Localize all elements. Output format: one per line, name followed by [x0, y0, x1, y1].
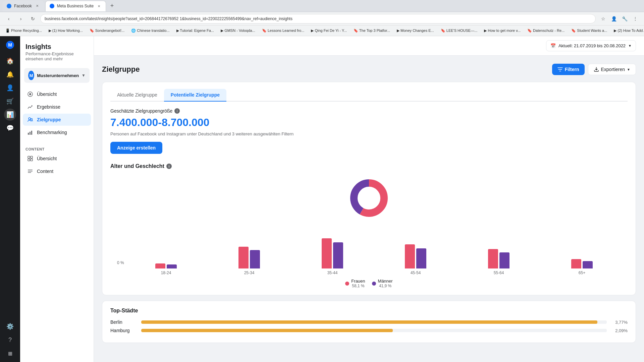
bookmark-tutorial[interactable]: ▶ Tutorial: Eigene Fa... [174, 27, 217, 34]
chart-title-text: Alter und Geschlecht [110, 163, 164, 169]
bookmark-phone[interactable]: 📱 Phone Recycling... [3, 27, 45, 34]
sidebar-item-content[interactable]: Content [23, 165, 91, 177]
bar-male-18-24 [167, 264, 177, 268]
tab-facebook-close[interactable]: ✕ [35, 3, 40, 9]
page-header: Zielgruppe Filtern Exportieren ▼ [102, 64, 636, 75]
filter-button-label: Filtern [565, 67, 579, 72]
sidebar-item-ergebnisse[interactable]: Ergebnisse [23, 101, 91, 113]
bookmark-top3[interactable]: 🔖 The Top 3 Platfor... [351, 27, 393, 34]
bookmark-qing[interactable]: ▶ Qing Fei De Yi - Y... [308, 27, 350, 34]
age-gender-title: Alter und Geschlecht i [110, 163, 628, 169]
bar-female-18-24 [155, 263, 165, 268]
bookmark-working[interactable]: ▶ (1) How Working... [46, 27, 86, 34]
date-selector[interactable]: 📅 Aktuell: 21.07.2019 bis 20.08.2022 ▼ [546, 40, 636, 51]
rail-chart-icon[interactable]: 📊 [4, 109, 16, 121]
export-icon [594, 67, 599, 72]
sidebar-item-content-ubersicht[interactable]: Übersicht [23, 153, 91, 165]
business-name: Musterunternehmen [37, 73, 79, 78]
bookmark-lessons[interactable]: 🔖 Lessons Learned fro... [259, 27, 307, 34]
menu-icon[interactable]: ⋮ [631, 14, 640, 23]
rail-panels-icon[interactable]: ▦ [4, 347, 16, 359]
bar-female-25-34 [238, 247, 249, 268]
export-button[interactable]: Exportieren ▼ [588, 64, 636, 75]
zielgruppe-icon [27, 116, 34, 123]
bookmark-chinese[interactable]: 🌐 Chinese translatio... [128, 27, 172, 34]
bookmark-gmsn[interactable]: ▶ GMSN - Voloqda... [218, 27, 258, 34]
back-button[interactable]: ‹ [4, 14, 13, 23]
date-chevron-icon: ▼ [628, 44, 632, 48]
tab-meta-close[interactable]: ✕ [96, 3, 102, 9]
tab-meta-label: Meta Business Suite [57, 4, 94, 8]
bookmark-how-add[interactable]: ▶ (2) How To Add A... [611, 27, 644, 34]
bookmark-money[interactable]: ▶ Money Changes E... [394, 27, 437, 34]
rail-home-icon[interactable]: 🏠 [4, 55, 16, 67]
city-row-hamburg: Hamburg 2,09% [110, 327, 628, 333]
legend-male-dot [372, 282, 376, 286]
chart-info-icon[interactable]: i [166, 164, 172, 169]
sidebar-item-ubersicht[interactable]: Übersicht [23, 88, 91, 100]
extensions-icon[interactable]: 🔧 [620, 14, 629, 23]
svg-rect-7 [31, 131, 32, 135]
filter-icon [557, 67, 563, 72]
bar-label-55-64: 55-64 [494, 270, 504, 275]
create-ad-label: Anzeige erstellen [117, 145, 156, 150]
y-axis-label: 0 % [117, 260, 127, 275]
star-icon[interactable]: ☆ [598, 14, 608, 23]
benchmarking-icon [27, 129, 34, 136]
donut-chart-wrapper [110, 175, 628, 222]
rail-help-icon[interactable]: ? [4, 334, 16, 346]
forward-button[interactable]: › [16, 14, 25, 23]
address-bar[interactable]: business.facebook.com/latest/insights/pe… [40, 14, 596, 23]
bar-group-25-34: 25-34 [210, 228, 288, 275]
meta-logo[interactable]: M [4, 39, 16, 51]
audience-size-info-icon[interactable]: i [174, 108, 180, 114]
main-header: 📅 Aktuell: 21.07.2019 bis 20.08.2022 ▼ [94, 36, 644, 56]
bookmark-student[interactable]: 🔖 Student Wants a... [569, 27, 610, 34]
rail-shop-icon[interactable]: 🛒 [4, 95, 16, 107]
bookmark-more[interactable]: ▶ How to get more v... [481, 27, 523, 34]
top-cities-title: Top-Städte [110, 308, 628, 314]
legend-female-pct: 58,1 % [351, 284, 365, 288]
app-container: M 🏠 🔔 👤 🛒 📊 💬 ⚙️ ? ▦ Insights Performanc… [0, 36, 644, 362]
sidebar-item-benchmarking[interactable]: Benchmarking [23, 126, 91, 138]
reload-button[interactable]: ↻ [28, 14, 38, 23]
tab-facebook[interactable]: Facebook ✕ [3, 1, 44, 11]
bar-label-45-54: 45-54 [411, 270, 421, 275]
bars-65plus [571, 228, 593, 268]
chart-legend: Frauen 58,1 % Männer 41,9 % [110, 279, 628, 288]
tab-potentielle-zielgruppe[interactable]: Potentielle Zielgruppe [164, 89, 226, 102]
rail-user-icon[interactable]: 👤 [4, 82, 16, 94]
profile-icon[interactable]: 👤 [609, 14, 619, 23]
bookmark-sonder[interactable]: 🔖 Sonderangebot!... [87, 27, 127, 34]
filter-button[interactable]: Filtern [552, 64, 585, 75]
rail-bell-icon[interactable]: 🔔 [4, 68, 16, 80]
sidebar-item-zielgruppe[interactable]: Zielgruppe [23, 114, 91, 126]
business-avatar: M [28, 71, 34, 80]
svg-rect-5 [28, 133, 29, 135]
rail-chat-icon[interactable]: 💬 [4, 122, 16, 134]
tab-aktuelle-zielgruppe[interactable]: Aktuelle Zielgruppe [110, 89, 164, 102]
bar-groups: 18-24 25-34 [127, 228, 621, 275]
sidebar-ergebnisse-label: Ergebnisse [37, 104, 60, 110]
bookmark-lees[interactable]: 🔖 LEE'S HOUSE—... [438, 27, 480, 34]
bar-male-45-54 [416, 248, 426, 268]
rail-settings-icon[interactable]: ⚙️ [4, 320, 16, 333]
create-ad-button[interactable]: Anzeige erstellen [110, 142, 162, 154]
bar-male-65plus [583, 261, 593, 268]
bar-label-35-44: 35-44 [327, 270, 338, 275]
bookmark-datenschutz[interactable]: 🔖 Datenschutz - Re... [525, 27, 567, 34]
business-selector[interactable]: M Musterunternehmen ▼ [24, 68, 90, 83]
bar-female-35-44 [322, 238, 332, 268]
export-button-label: Exportieren [601, 67, 625, 72]
tab-meta-business-suite[interactable]: Meta Business Suite ✕ [45, 1, 106, 11]
bar-chart-section: 0 % 18-24 [110, 228, 628, 275]
ubersicht-icon [27, 91, 34, 98]
svg-rect-12 [28, 170, 33, 170]
bar-label-65plus: 65+ [579, 270, 585, 275]
donut-chart [345, 175, 392, 222]
new-tab-button[interactable]: + [107, 1, 117, 11]
legend-female: Frauen 58,1 % [345, 279, 365, 288]
bar-label-18-24: 18-24 [161, 270, 171, 275]
sidebar-ubersicht-label: Übersicht [37, 92, 57, 97]
city-hamburg-bar-fill [141, 329, 393, 332]
